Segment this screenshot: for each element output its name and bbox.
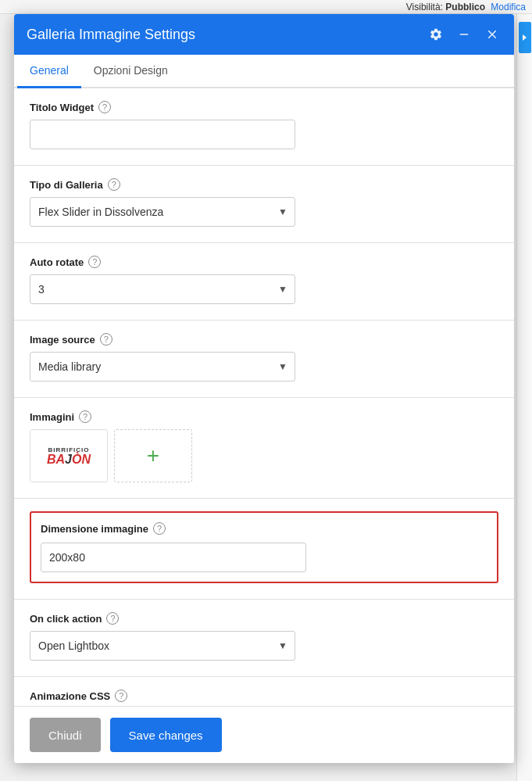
- image-source-select[interactable]: Media library URL External: [30, 352, 295, 382]
- on-click-action-select-wrapper: Open Lightbox Custom URL None ▼: [30, 631, 295, 661]
- top-bar: Visibilità: Pubblico Modifica: [0, 0, 532, 14]
- modal-dialog: Galleria Immagine Settings General: [14, 14, 514, 763]
- divider-3: [14, 320, 514, 321]
- side-panel-button[interactable]: [519, 22, 531, 53]
- image-source-help-icon[interactable]: ?: [100, 333, 112, 346]
- image-thumbnail[interactable]: BIRRIFICIO BAJÒN: [30, 429, 108, 482]
- logo-main-text: BAJÒN: [47, 453, 91, 466]
- tipo-galleria-label: Tipo di Galleria ?: [30, 178, 498, 191]
- chevron-right-icon: [523, 34, 527, 41]
- on-click-action-group: On click action ? Open Lightbox Custom U…: [30, 612, 498, 661]
- auto-rotate-label: Auto rotate ?: [30, 256, 498, 268]
- logo-image: BIRRIFICIO BAJÒN: [30, 430, 107, 482]
- tab-opzioni-design[interactable]: Opzioni Design: [81, 55, 180, 88]
- divider-5: [14, 498, 514, 499]
- side-panel: [516, 14, 532, 781]
- auto-rotate-help-icon[interactable]: ?: [88, 256, 101, 268]
- immagini-group: Immagini ? BIRRIFICIO BAJÒN +: [30, 410, 498, 482]
- header-icons: [427, 25, 502, 44]
- dimensione-immagine-section: Dimensione immagine ?: [30, 511, 498, 583]
- immagini-label: Immagini ?: [30, 410, 498, 423]
- tab-general[interactable]: General: [17, 55, 81, 88]
- auto-rotate-group: Auto rotate ? 1 2 3 4 5 Off ▼: [30, 256, 498, 304]
- titolo-widget-group: Titolo Widget ?: [30, 101, 498, 149]
- add-image-button[interactable]: +: [114, 429, 192, 482]
- modal-header: Galleria Immagine Settings: [14, 14, 514, 55]
- tipo-galleria-select[interactable]: Flex Slider in Dissolvenza Grid Masonry: [30, 197, 295, 227]
- visibility-value: Pubblico: [445, 2, 485, 13]
- dimensione-immagine-help-icon[interactable]: ?: [153, 522, 166, 535]
- dimensione-immagine-label: Dimensione immagine ?: [41, 522, 487, 535]
- image-source-group: Image source ? Media library URL Externa…: [30, 333, 498, 382]
- image-source-select-wrapper: Media library URL External ▼: [30, 352, 295, 382]
- auto-rotate-select-wrapper: 1 2 3 4 5 Off ▼: [30, 274, 295, 304]
- tipo-galleria-select-wrapper: Flex Slider in Dissolvenza Grid Masonry …: [30, 197, 295, 227]
- on-click-action-help-icon[interactable]: ?: [106, 612, 119, 625]
- images-grid: BIRRIFICIO BAJÒN +: [30, 429, 498, 482]
- image-source-label: Image source ?: [30, 333, 498, 346]
- tipo-galleria-help-icon[interactable]: ?: [108, 178, 120, 191]
- titolo-widget-help-icon[interactable]: ?: [98, 101, 111, 113]
- modify-link[interactable]: Modifica: [491, 2, 526, 13]
- immagini-help-icon[interactable]: ?: [79, 410, 91, 423]
- modal-footer: Chiudi Save changes: [14, 706, 514, 763]
- titolo-widget-label: Titolo Widget ?: [30, 101, 498, 113]
- minimize-icon[interactable]: [455, 25, 473, 44]
- settings-icon[interactable]: [427, 25, 445, 44]
- on-click-action-select[interactable]: Open Lightbox Custom URL None: [30, 631, 295, 661]
- modal-title: Galleria Immagine Settings: [27, 27, 195, 43]
- visibility-label: Visibilità:: [406, 2, 443, 13]
- close-icon[interactable]: [483, 25, 502, 44]
- dimensione-immagine-input[interactable]: [41, 543, 306, 572]
- on-click-action-label: On click action ?: [30, 612, 498, 625]
- divider-4: [14, 397, 514, 398]
- animazione-css-label: Animazione CSS ?: [30, 690, 498, 702]
- save-button[interactable]: Save changes: [110, 718, 222, 752]
- close-button[interactable]: Chiudi: [30, 718, 101, 752]
- divider-6: [14, 599, 514, 600]
- animazione-css-help-icon[interactable]: ?: [115, 690, 127, 702]
- divider-1: [14, 165, 514, 166]
- divider-7: [14, 676, 514, 677]
- modal-body: Titolo Widget ? Tipo di Galleria ? Flex …: [14, 88, 514, 706]
- tipo-galleria-group: Tipo di Galleria ? Flex Slider in Dissol…: [30, 178, 498, 227]
- tabs-bar: General Opzioni Design: [14, 55, 514, 88]
- divider-2: [14, 242, 514, 243]
- titolo-widget-input[interactable]: [30, 120, 295, 149]
- auto-rotate-select[interactable]: 1 2 3 4 5 Off: [30, 274, 295, 304]
- animazione-css-group: Animazione CSS ?: [30, 690, 498, 702]
